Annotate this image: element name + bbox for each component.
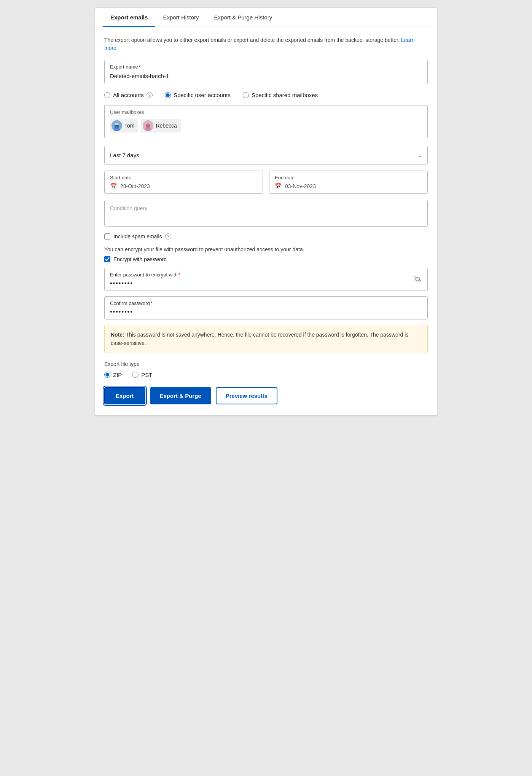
confirm-password-value[interactable]: •••••••• [110,308,422,315]
preview-results-button[interactable]: Preview results [216,387,277,404]
avatar-tom [111,120,122,131]
radio-pst-input[interactable] [132,372,139,378]
content-area: The export option allows you to either e… [95,27,437,415]
buttons-row: Export Export & Purge Preview results [104,387,428,404]
include-spam-help-icon[interactable]: ? [165,233,171,240]
user-mailboxes-label: User mailboxes [110,109,422,115]
all-accounts-help-icon[interactable]: ? [147,92,153,98]
radio-pst[interactable]: PST [132,372,152,378]
encrypt-description: You can encrypt your file with password … [104,246,428,252]
encrypt-checkbox-label: Encrypt with password [113,256,167,262]
user-chip-tom[interactable]: Tom [110,119,138,133]
radio-zip-label: ZIP [113,372,122,378]
avatar-tom-svg [111,120,122,131]
note-text: This password is not saved anywhere. Hen… [111,332,408,346]
avatar-rebecca-svg [143,120,153,131]
condition-query-placeholder: Condition query [110,205,147,211]
description-body: The export option allows you to either e… [104,37,400,43]
export-name-value[interactable]: Deleted-emails-batch-1 [110,71,422,80]
user-chip-rebecca-name: Rebecca [156,123,177,129]
svg-rect-8 [146,125,150,128]
enter-password-required-star: * [178,272,180,278]
start-date-calendar-icon: 📅 [110,183,117,190]
radio-all-accounts-label: All accounts [113,92,144,98]
include-spam-label: Include spam emails [113,233,162,240]
chevron-down-icon: ⌄ [417,152,422,159]
date-range-value: Last 7 days [110,152,139,158]
tab-export-purge-history[interactable]: Export & Purge History [207,8,280,27]
radio-pst-label: PST [141,372,152,378]
user-chip-tom-name: Tom [124,123,134,129]
password-visibility-toggle-icon[interactable] [414,275,422,283]
export-purge-button[interactable]: Export & Purge [150,387,211,404]
svg-rect-3 [115,125,119,128]
account-type-group: All accounts ? Specific user accounts Sp… [104,92,428,98]
tab-bar: Export emails Export History Export & Pu… [95,8,437,27]
start-date-field[interactable]: Start date 📅 28-Oct-2023 [104,171,263,194]
radio-specific-shared-mailboxes[interactable]: Specific shared mailboxes [243,92,318,98]
end-date-input-row: 📅 03-Nov-2023 [275,183,422,190]
date-range-dropdown[interactable]: Last 7 days ⌄ [104,146,428,164]
radio-specific-shared-mailboxes-input[interactable] [243,92,249,98]
tab-export-emails[interactable]: Export emails [103,8,155,27]
enter-password-value[interactable]: •••••••• [110,280,422,287]
avatar-rebecca [143,120,153,131]
encrypt-checkbox-row: Encrypt with password [104,256,428,262]
export-name-label: Export name * [110,64,422,70]
user-chip-rebecca[interactable]: Rebecca [141,119,180,133]
confirm-password-label: Confirm password * [110,300,422,306]
include-spam-checkbox[interactable] [104,233,110,240]
include-spam-row: Include spam emails ? [104,233,428,240]
required-star: * [139,64,141,70]
radio-specific-shared-mailboxes-label: Specific shared mailboxes [252,92,318,98]
enter-password-label: Enter password to encrypt with * [110,272,422,278]
radio-specific-user-accounts[interactable]: Specific user accounts [165,92,231,98]
end-date-value: 03-Nov-2023 [285,183,316,189]
date-row: Start date 📅 28-Oct-2023 End date 📅 03-N… [104,171,428,194]
end-date-field[interactable]: End date 📅 03-Nov-2023 [269,171,428,194]
radio-zip-input[interactable] [104,372,110,378]
radio-all-accounts[interactable]: All accounts ? [104,92,153,98]
export-button[interactable]: Export [104,387,145,404]
export-name-field[interactable]: Export name * Deleted-emails-batch-1 [104,60,428,84]
note-bold-text: Note: [111,332,124,338]
confirm-password-required-star: * [151,300,153,306]
encrypt-checkbox[interactable] [104,256,110,262]
note-box: Note: This password is not saved anywher… [104,325,428,353]
end-date-calendar-icon: 📅 [275,183,282,190]
tab-export-history[interactable]: Export History [155,8,206,27]
start-date-input-row: 📅 28-Oct-2023 [110,183,257,190]
condition-query-box[interactable]: Condition query [104,200,428,227]
confirm-password-field[interactable]: Confirm password * •••••••• [104,296,428,319]
user-mailboxes-box: User mailboxes Tom [104,105,428,138]
radio-specific-user-accounts-label: Specific user accounts [174,92,231,98]
enter-password-field[interactable]: Enter password to encrypt with * •••••••… [104,268,428,291]
description-text: The export option allows you to either e… [104,36,428,52]
export-file-type-label: Export file type [104,361,428,367]
radio-zip[interactable]: ZIP [104,372,122,378]
end-date-label: End date [275,175,422,180]
start-date-label: Start date [110,175,257,180]
radio-specific-user-accounts-input[interactable] [165,92,171,98]
radio-all-accounts-input[interactable] [104,92,110,98]
user-chips-container: Tom Rebecca [110,119,422,133]
eye-slash-svg [414,275,422,281]
main-window: Export emails Export History Export & Pu… [95,8,437,415]
start-date-value: 28-Oct-2023 [120,183,150,189]
file-type-row: ZIP PST [104,372,428,378]
